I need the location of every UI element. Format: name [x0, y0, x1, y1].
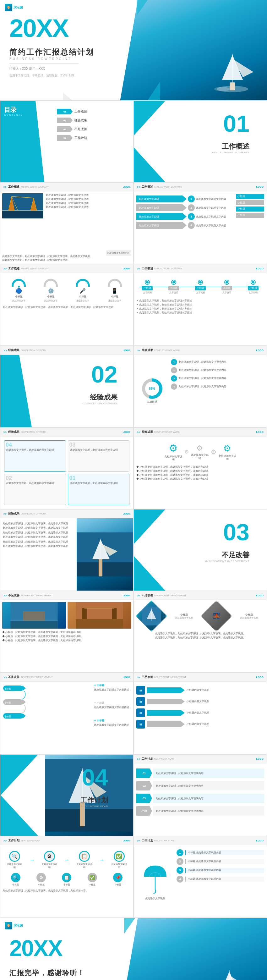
- diamond-bottom-text: 此处添加文字说明，此处添加文字说明，此处添加文字说明，此处添加文字说明。 此处添…: [136, 632, 264, 640]
- row-8: >> 不足改善 INSUFFICIENT IMPROVEMENT LOGO: [0, 591, 267, 673]
- plan-arrow-3: 03 此处添加文字说明，此处添加文字说明内容: [136, 794, 264, 803]
- sec02-cn: 经验成果: [90, 393, 118, 402]
- icon-text-4: 此处添加文字: [106, 299, 124, 302]
- cover-divider: [10, 64, 78, 64]
- btext-r3: ✔ 此处添加文字说明，此处添加文字说明内容描述: [136, 307, 264, 311]
- sec3-tri-tl: [134, 509, 165, 544]
- slide-work-summary-3: >> 工作概述 ANNUAL WORK SUMMARY LOGO 🔵 小标题 此…: [0, 264, 134, 346]
- text-line-3: 此处添加文字说明，此处添加文字说明: [46, 202, 131, 205]
- cover-desc: 适用于工作汇报、年终总结、述职报告、工作计划等。: [10, 73, 78, 78]
- row-9: >> 不足改善 INSUFFICIENT IMPROVEMENT LOGO 小标…: [0, 673, 267, 754]
- sec1-num: 01: [223, 112, 250, 135]
- h-label: 工作概述: [8, 267, 19, 270]
- num-boxes-grid: 04 此处添加文字说明，此处添加内容文字说明 03 此处添加文字说明，此处添加内…: [3, 439, 131, 506]
- tl-node-1: 小标题 文字说明: [136, 280, 158, 294]
- circ-row-2: 🔍 小标题 ⚙ 小标题 📋 小标题 ✅ 小标题: [3, 873, 131, 886]
- sec02-tri-left: [0, 355, 32, 427]
- slide-jingyanchenguo-3: >> 经验成果 COMPLETION OF WORK LOGO ⚙ 此处添加文字…: [134, 428, 267, 509]
- li-text-1: 小标题内容文字说明: [187, 689, 264, 692]
- row-4: >> 工作概述 ANNUAL WORK SUMMARY LOGO 🔵 小标题 此…: [0, 264, 267, 346]
- diamond-label-1: 小标题此处添加文字说明: [173, 613, 195, 619]
- list-item-1: 1 此处添加文字说明，此处添加文字说明内容: [171, 359, 264, 365]
- item-list: 1 此处添加文字说明，此处添加文字说明内容 2 此处添加文字说明，此处添加文字说…: [171, 359, 264, 425]
- svg-rect-18: [99, 559, 102, 576]
- bottom-text-2: 此处添加文字说明，此处添加文字说明，此处添加文字说明。: [2, 258, 131, 262]
- hd-label: 工作概述: [141, 267, 153, 270]
- cr2-item-3: 📋 小标题: [62, 873, 71, 886]
- umbrella-svg: [141, 862, 169, 897]
- slide-header-s3b: >> 不足改善 INSUFFICIENT IMPROVEMENT LOGO: [0, 591, 133, 600]
- sec4-en: NEXT WORK PLAN: [81, 805, 108, 808]
- gauge-4: [108, 279, 122, 286]
- cover-year: 20XX: [10, 16, 68, 41]
- logo-text: 演示园: [14, 5, 23, 10]
- arrow-gray-2: 此处添加文字说明: [136, 222, 187, 229]
- right-box-1: 小标题: [236, 194, 264, 199]
- gray-box-text: 此处添加文字说明内容: [107, 251, 130, 255]
- toc-label-3: 不足改善: [75, 127, 87, 131]
- gauge-2: [44, 279, 58, 286]
- cp-item-4: ✅ 此处添加文字说明: [111, 851, 128, 869]
- cr2-item-1: 🔍 小标题: [11, 873, 21, 886]
- slide-header-s2c: >> 经验成果 COMPLETION OF WORK LOGO: [0, 428, 133, 437]
- svg-rect-44: [45, 809, 133, 832]
- photo-text-rows: ◆ 小标题：此处添加文字说明，此处添加文字说明，此处添加内容说明。 ◆ 小标题：…: [2, 630, 131, 643]
- cp-arrow-1: →: [29, 857, 35, 863]
- toc-label-2: 经验成果: [75, 118, 87, 123]
- cover-title-en: BUSINESS POWERPOINT: [10, 57, 72, 60]
- slide-body-2: 此处添加文字说明 1 此处添加文字说明文字内容 此处添加文字说明 2 此处添加文…: [134, 191, 267, 264]
- tl-node-4: 小标题 文字说明: [216, 280, 238, 294]
- donut-chart: 65%: [142, 379, 162, 399]
- slide-jingyanchenguo-2: >> 经验成果 COMPLETION OF WORK LOGO 04 此处添加文…: [0, 428, 134, 509]
- gear-connector-2: ⚙: [211, 448, 216, 456]
- icon-item-2: ⚙️ 小标题 此处添加文字: [42, 279, 59, 302]
- toc-items: 01 工作概述 02 经验成果 03 不足改善 04 工作计划: [57, 109, 130, 141]
- li-style-rows: in 小标题内容文字说明 in 小标题内容文字说明 in 小标题内容文字说明: [136, 686, 264, 729]
- pt-row-1: ◆ 小标题：此处添加文字说明，此处添加文字说明，此处添加内容说明。: [2, 630, 131, 635]
- icon-text-1: 此处添加文字: [10, 299, 27, 302]
- photo-1: [2, 602, 66, 628]
- icon-mic: 🎤: [79, 288, 86, 294]
- arrow-text-4: 此处添加文字说明文字内容: [196, 224, 264, 227]
- slide-buzugaisan-3: >> 不足改善 INSUFFICIENT IMPROVEMENT LOGO 小标…: [0, 673, 134, 754]
- boat-svg-2: [77, 518, 133, 590]
- arrow-gray-1: 此处添加文字说明: [136, 204, 187, 211]
- hd-arrow: >>: [137, 267, 140, 270]
- slide-header-s3a: >> 经验成果 COMPLETION OF WORK LOGO: [0, 509, 133, 518]
- sec1-en: ANNUAL WORK SUMMARY: [211, 151, 250, 154]
- svg-marker-38: [22, 699, 26, 705]
- slide-section-03-img: >> 经验成果 COMPLETION OF WORK LOGO: [0, 509, 134, 591]
- gear-icon-1: ⚙: [168, 442, 178, 454]
- gear-icon-2: ⚙: [196, 444, 203, 453]
- sec3-cn: 不足改善: [222, 550, 250, 560]
- slide-section-04-title: 04 工作计划 NEXT WORK PLAN: [0, 754, 134, 836]
- slide-header-s2a: >> 经验成果 COMPLETION OF WORK LOGO: [0, 346, 133, 355]
- li-arrow-4: [147, 721, 185, 727]
- slide-body-3: 🔵 小标题 此处添加文字 ⚙️ 小标题 此处添加文字 🎤: [0, 273, 133, 345]
- toc-label-1: 工作概述: [75, 110, 87, 114]
- svg-rect-29: [112, 608, 117, 619]
- slide-toc: 目录 CONTENTS 01 工作概述 02 经验成果 03 不足改善 04: [0, 100, 134, 182]
- svg-marker-35: [22, 686, 26, 691]
- slide-gongzuojihua-1: >> 工作计划 NEXT WORK PLAN LOGO 01 此处添加文字说明，…: [134, 754, 267, 836]
- gear-item-2: ⚙ 此处添加文字说明: [190, 444, 209, 460]
- sec3-num: 03: [223, 520, 250, 544]
- row-2: 目录 CONTENTS 01 工作概述 02 经验成果 03 不足改善 04: [0, 100, 267, 182]
- right-boxes: 小标题 小标题 小标题 小标题: [236, 194, 264, 218]
- num-box-04: 04 此处添加文字说明，此处添加内容文字说明: [4, 440, 66, 472]
- svg-rect-24: [23, 611, 45, 621]
- sec02-en: COMPLETION OF WORK: [83, 402, 118, 405]
- li-row-2: in 小标题内容文字说明: [136, 697, 264, 706]
- cp-arrow-3: →: [99, 857, 105, 863]
- pier-svg: [2, 602, 66, 628]
- svg-marker-41: [22, 713, 26, 719]
- right-box-4: 小标题: [236, 213, 264, 218]
- final-logo-text: 演示园: [14, 923, 23, 928]
- sec4-tri-tl: [0, 755, 38, 795]
- diamond-label-2: 小标题此处添加文字说明: [238, 613, 260, 619]
- spath-right-text: ✦ 小标题 此处添加文字说明文字内容描述 ✦ 小标题 此处添加文字说明文字内容描…: [94, 683, 132, 727]
- right-box-3: 小标题: [236, 207, 264, 212]
- slide-header-s4a: >> 工作计划 NEXT WORK PLAN LOGO: [134, 755, 267, 764]
- gear-text-1: ◆ 小标题 此处添加文字说明，此处添加文字说明，添加内容说明: [136, 465, 264, 469]
- bridge-svg: [2, 193, 43, 218]
